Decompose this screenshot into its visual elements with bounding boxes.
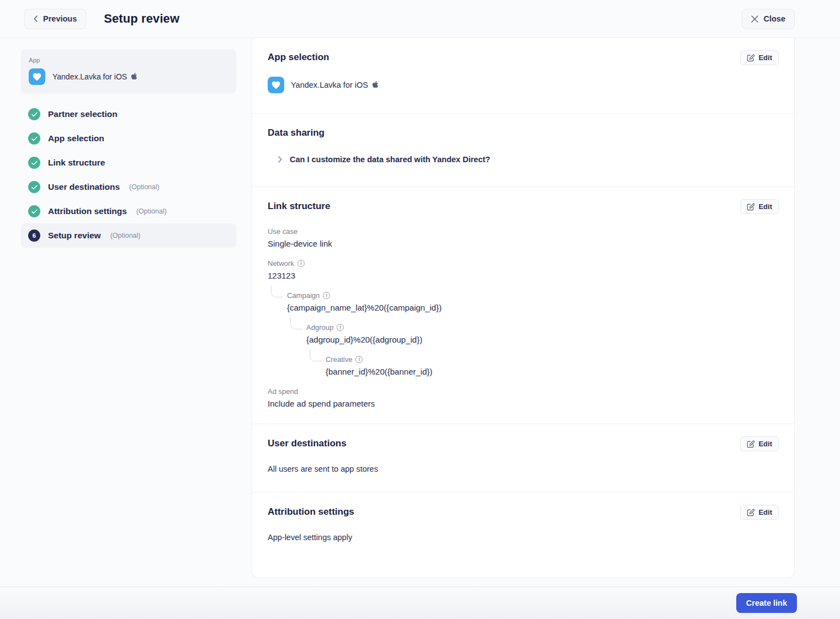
check-icon [28,157,40,169]
app-logo-icon [268,77,284,93]
section-title: Data sharing [268,126,325,138]
app-card: App Yandex.Lavka for iOS [21,50,236,93]
page-title: Setup review [104,12,179,26]
check-icon [28,181,40,193]
top-bar: Previous Setup review Close [0,0,840,38]
section-user-destinations: User destinations Edit All users are sen… [252,424,794,493]
edit-label: Edit [758,54,772,62]
step-label: Attribution settings [48,206,127,216]
edit-icon [747,203,754,211]
step-label: Link structure [48,158,105,168]
previous-button[interactable]: Previous [24,9,86,29]
section-title: Attribution settings [268,505,354,517]
campaign-value: {campaign_name_lat}%20({campaign_id}) [287,303,779,312]
step-list: Partner selection App selection Link str… [21,102,236,248]
sidebar-item-user-destinations[interactable]: User destinations (Optional) [21,175,236,199]
edit-user-destinations-button[interactable]: Edit [740,436,779,451]
step-optional-tag: (Optional) [110,232,141,239]
data-sharing-faq-toggle[interactable]: Can I customize the data shared with Yan… [278,155,779,171]
step-number-badge: 6 [28,230,40,242]
steps-sidebar: App Yandex.Lavka for iOS Partner selecti… [0,38,252,248]
info-icon[interactable]: i [323,292,330,299]
sidebar-item-partner-selection[interactable]: Partner selection [21,102,236,126]
chevron-left-icon [34,15,38,22]
step-label: User destinations [48,182,120,192]
app-card-label: App [29,57,228,63]
edit-link-structure-button[interactable]: Edit [740,199,779,214]
check-icon [28,205,40,217]
use-case-value: Single-device link [268,239,779,248]
check-icon [28,132,40,145]
edit-icon [747,440,754,448]
tree-node-adgroup: Adgroup i {adgroup_id}%20({adgroup_id}) [306,323,779,344]
sidebar-item-setup-review[interactable]: 6 Setup review (Optional) [21,223,236,248]
section-data-sharing: Data sharing Can I customize the data sh… [252,114,794,187]
close-label: Close [764,14,786,23]
user-destinations-value: All users are sent to app stores [268,465,779,477]
tree-node-creative: Creative i {banner_id}%20({banner_id}) [326,355,779,376]
sidebar-item-link-structure[interactable]: Link structure [21,151,236,175]
step-label: Partner selection [48,109,118,119]
section-link-structure: Link structure Edit Use case Single-devi… [252,187,794,424]
ad-spend-value: Include ad spend parameters [268,399,779,408]
edit-app-selection-button[interactable]: Edit [740,50,779,65]
edit-icon [747,54,754,62]
close-button[interactable]: Close [742,9,795,29]
check-icon [28,108,40,120]
section-title: User destinations [268,436,347,449]
section-title: Link structure [268,199,330,212]
step-label: App selection [48,134,104,143]
edit-icon [747,509,754,516]
tree-node-campaign: Campaign i {campaign_name_lat}%20({campa… [287,291,779,312]
faq-question: Can I customize the data shared with Yan… [290,155,490,164]
edit-label: Edit [758,202,772,211]
adgroup-label: Adgroup [306,323,333,332]
edit-attribution-settings-button[interactable]: Edit [740,505,779,520]
info-icon[interactable]: i [337,324,344,331]
creative-label: Creative [326,355,352,364]
selected-app-name: Yandex.Lavka for iOS [291,81,368,89]
app-logo-icon [29,68,45,85]
ad-spend-label: Ad spend [268,387,779,396]
edit-label: Edit [758,440,772,448]
step-label: Setup review [48,231,101,241]
apple-icon [131,72,137,80]
adgroup-value: {adgroup_id}%20({adgroup_id}) [306,335,779,344]
previous-label: Previous [43,14,77,23]
section-title: App selection [268,50,329,63]
footer-bar: Create link [0,586,840,619]
edit-label: Edit [758,508,772,516]
section-app-selection: App selection Edit Yandex.Lavka for iOS [252,38,794,114]
network-label: Network [268,259,294,268]
use-case-label: Use case [268,227,779,236]
creative-value: {banner_id}%20({banner_id}) [326,367,779,376]
app-name: Yandex.Lavka for iOS [52,72,127,81]
campaign-label: Campaign [287,291,320,300]
review-panel: App selection Edit Yandex.Lavka for iOS [252,38,795,578]
sidebar-item-app-selection[interactable]: App selection [21,126,236,151]
step-optional-tag: (Optional) [129,183,160,191]
section-attribution-settings: Attribution settings Edit App-level sett… [252,493,794,561]
close-icon [751,15,758,23]
info-icon[interactable]: i [355,356,363,363]
info-icon[interactable]: i [297,260,305,267]
apple-icon [372,81,379,88]
attribution-settings-value: App-level settings apply [268,533,779,545]
chevron-right-icon [278,156,282,163]
network-value: 123123 [268,271,779,280]
create-link-button[interactable]: Create link [736,593,797,613]
sidebar-item-attribution-settings[interactable]: Attribution settings (Optional) [21,199,236,223]
step-optional-tag: (Optional) [136,207,167,215]
